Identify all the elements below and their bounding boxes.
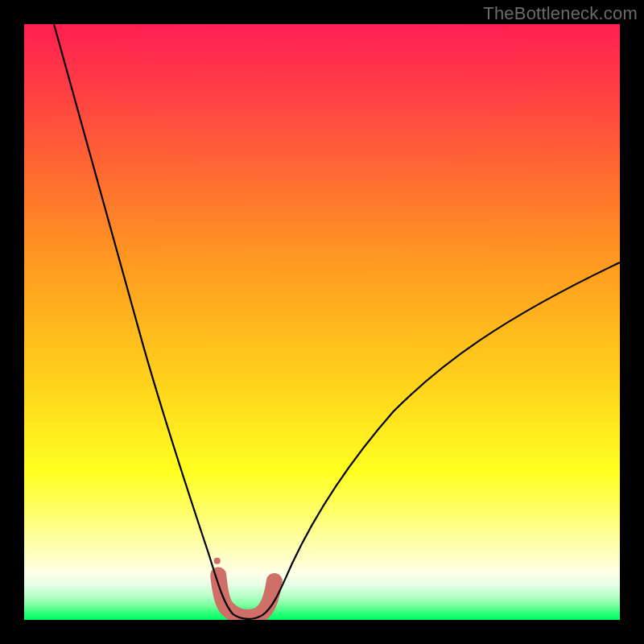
bottleneck-curve: [24, 24, 620, 620]
plot-area: [24, 24, 620, 620]
watermark-text: TheBottleneck.com: [483, 3, 638, 24]
chart-frame: TheBottleneck.com: [0, 0, 644, 644]
curve-path: [54, 24, 620, 619]
marker-dot: [214, 558, 221, 564]
